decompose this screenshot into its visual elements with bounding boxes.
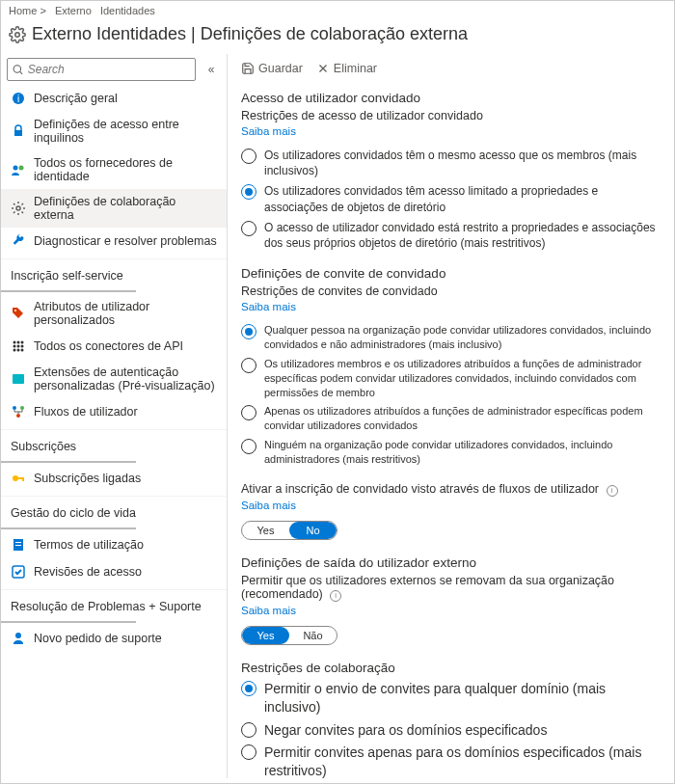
sidebar-item[interactable]: iDescrição geral (1, 85, 227, 112)
svg-point-12 (21, 341, 24, 344)
radio-icon (241, 184, 256, 200)
leave-toggle-no[interactable]: Não (289, 627, 337, 644)
svg-point-22 (16, 414, 20, 418)
delete-icon (316, 62, 330, 75)
sidebar-item[interactable]: Revisões de acesso (1, 558, 227, 585)
sidebar-item-label: Diagnosticar e resolver problemas (34, 234, 217, 248)
section-signup: Ativar a inscrição de convidado visto at… (241, 482, 661, 540)
grid-icon (11, 338, 26, 354)
svg-rect-27 (15, 542, 21, 543)
toolbar: Guardar Eliminar (241, 60, 661, 85)
sidebar-item[interactable]: Diagnosticar e resolver problemas (1, 228, 227, 255)
sidebar-item-label: Definições de colaboração externa (34, 195, 217, 222)
delete-button[interactable]: Eliminar (316, 62, 377, 75)
svg-point-14 (17, 345, 20, 348)
leave-learn-link[interactable]: Saiba mais (241, 605, 296, 616)
radio-label: Ninguém na organização pode convidar uti… (264, 438, 661, 467)
lock-icon (11, 123, 26, 139)
radio-icon (241, 681, 256, 696)
radio-option[interactable]: Permitir convites apenas para os domínio… (241, 743, 661, 778)
svg-point-15 (21, 345, 24, 348)
sidebar-group-label: Inscrição self-service (1, 258, 227, 286)
section-leave: Definições de saída do utilizador extern… (241, 555, 661, 645)
sidebar-item-label: Descrição geral (34, 92, 118, 105)
sidebar-item-label: Extensões de autenticação personalizadas… (34, 365, 217, 392)
guest-access-learn-link[interactable]: Saiba mais (241, 125, 296, 137)
section-invite: Definições de convite de convidado Restr… (241, 266, 661, 467)
search-icon (12, 63, 24, 76)
sidebar-item[interactable]: Atributos de utilizador personalizados (1, 294, 227, 333)
sidebar-item-label: Subscrições ligadas (34, 472, 141, 485)
leave-toggle[interactable]: Yes Não (241, 626, 338, 645)
sidebar-item-label: Novo pedido de suporte (34, 632, 162, 645)
radio-label: Os utilizadores convidados têm acesso li… (264, 183, 661, 214)
svg-point-30 (15, 633, 21, 638)
svg-point-9 (14, 310, 16, 311)
check-icon (11, 564, 26, 580)
breadcrumb-l2[interactable]: Identidades (100, 5, 155, 16)
tag-icon (11, 306, 26, 321)
flow-icon (11, 404, 26, 419)
info-icon[interactable]: i (330, 590, 341, 602)
signup-toggle-no[interactable]: No (289, 522, 337, 539)
search-box[interactable] (7, 58, 196, 81)
radio-label: Permitir o envio de convites para qualqu… (264, 680, 661, 716)
sidebar-group-label: Subscrições (1, 429, 227, 457)
sidebar-item[interactable]: Termos de utilização (1, 531, 227, 558)
save-button[interactable]: Guardar (241, 62, 303, 75)
radio-option[interactable]: O acesso de utilizador convidado está re… (241, 220, 661, 251)
sidebar-group-label: Gestão do ciclo de vida (1, 496, 227, 524)
delete-label: Eliminar (334, 62, 377, 75)
radio-icon (241, 358, 256, 373)
signup-label: Ativar a inscrição de convidado visto at… (241, 482, 661, 497)
sidebar-item[interactable]: Todos os fornecedores de identidade (1, 150, 227, 189)
breadcrumb-l1[interactable]: Externo (55, 5, 92, 16)
radio-option[interactable]: Os utilizadores membros e os utilizadore… (241, 357, 661, 400)
breadcrumb-home[interactable]: Home > (9, 5, 46, 16)
signup-learn-link[interactable]: Saiba mais (241, 500, 296, 511)
wrench-icon (11, 233, 26, 249)
guest-access-sub: Restrições de acesso de utilizador convi… (241, 109, 661, 122)
sidebar-item[interactable]: Extensões de autenticação personalizadas… (1, 360, 227, 398)
radio-label: Permitir convites apenas para os domínio… (264, 743, 661, 778)
leave-toggle-yes[interactable]: Yes (242, 627, 289, 644)
people-icon (11, 162, 26, 177)
sidebar-item[interactable]: Todos os conectores de API (1, 333, 227, 360)
radio-option[interactable]: Qualquer pessoa na organização pode conv… (241, 323, 661, 352)
radio-label: Os utilizadores membros e os utilizadore… (264, 357, 661, 400)
svg-point-16 (14, 349, 16, 352)
collapse-sidebar-button[interactable]: « (202, 58, 221, 81)
sidebar-item-label: Fluxos de utilizador (34, 405, 138, 419)
svg-point-18 (21, 349, 24, 352)
search-input[interactable] (28, 63, 191, 76)
gear-icon (9, 26, 26, 43)
radio-option[interactable]: Negar convites para os domínios especifi… (241, 721, 661, 740)
sidebar-item-label: Atributos de utilizador personalizados (34, 300, 217, 327)
svg-line-2 (20, 71, 22, 73)
radio-label: Negar convites para os domínios especifi… (264, 721, 547, 740)
signup-toggle[interactable]: Yes No (241, 521, 338, 540)
radio-label: Apenas os utilizadores atribuídos a funç… (264, 404, 661, 433)
sidebar-item[interactable]: Fluxos de utilizador (1, 398, 227, 425)
sidebar-item-label: Termos de utilização (34, 538, 144, 552)
svg-point-20 (13, 406, 16, 410)
sidebar-item[interactable]: Novo pedido de suporte (1, 625, 227, 652)
sidebar-item[interactable]: Subscrições ligadas (1, 465, 227, 492)
radio-option[interactable]: Os utilizadores convidados têm acesso li… (241, 183, 661, 214)
info-icon[interactable]: i (607, 485, 618, 497)
page-header: Externo Identidades | Definições de cola… (1, 20, 674, 54)
radio-option[interactable]: Apenas os utilizadores atribuídos a funç… (241, 404, 661, 433)
radio-option[interactable]: Permitir o envio de convites para qualqu… (241, 680, 661, 716)
radio-option[interactable]: Os utilizadores convidados têm o mesmo a… (241, 148, 661, 178)
sidebar-item[interactable]: Definições de acesso entre inquilinos (1, 112, 227, 150)
invite-learn-link[interactable]: Saiba mais (241, 301, 296, 312)
leave-sub: Permitir que os utilizadores externos se… (241, 574, 661, 602)
leave-title: Definições de saída do utilizador extern… (241, 555, 661, 570)
radio-icon (241, 744, 256, 760)
svg-point-0 (15, 32, 20, 37)
collab-title: Restrições de colaboração (241, 661, 661, 675)
signup-toggle-yes[interactable]: Yes (242, 522, 289, 539)
radio-option[interactable]: Ninguém na organização pode convidar uti… (241, 438, 661, 467)
sidebar-item[interactable]: Definições de colaboração externa (1, 189, 227, 228)
breadcrumb: Home > Externo Identidades (1, 1, 674, 20)
